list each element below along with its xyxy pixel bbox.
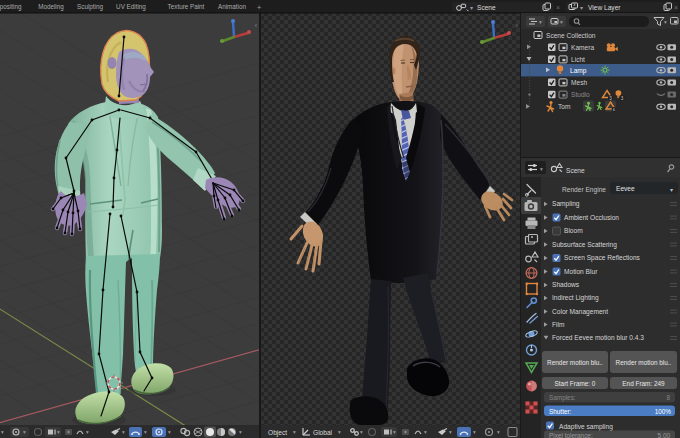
svg-text:Scene: Scene [566, 167, 585, 174]
svg-text:▾: ▾ [360, 429, 363, 435]
svg-text:Shadows: Shadows [552, 281, 580, 288]
svg-text:3: 3 [609, 96, 612, 101]
svg-text:Studio: Studio [571, 91, 590, 98]
svg-text:▾: ▾ [393, 429, 396, 435]
svg-text:▾: ▾ [470, 5, 473, 11]
svg-text:Kamera: Kamera [571, 44, 594, 51]
svg-text:Modeling: Modeling [38, 3, 64, 11]
svg-text:▾: ▾ [122, 429, 125, 435]
svg-text:Bloom: Bloom [564, 227, 583, 234]
svg-text:Forced Eevee motion blur 0.4.3: Forced Eevee motion blur 0.4.3 [552, 334, 644, 341]
svg-text:▾: ▾ [23, 429, 26, 435]
svg-text:mpositing: mpositing [0, 3, 22, 11]
svg-text:▾: ▾ [338, 429, 341, 435]
svg-text:3: 3 [621, 96, 624, 101]
svg-text:▾: ▾ [57, 429, 60, 435]
svg-text:▾: ▾ [497, 429, 500, 435]
svg-text:Sampling: Sampling [552, 200, 580, 208]
svg-text:▾: ▾ [540, 166, 543, 172]
svg-text:▾: ▾ [424, 429, 427, 435]
svg-text:100%: 100% [655, 408, 672, 415]
svg-text:Animation: Animation [218, 3, 246, 10]
svg-text:Scene Collection: Scene Collection [546, 32, 596, 39]
svg-text:×: × [556, 4, 560, 11]
svg-text:Start Frame: 0: Start Frame: 0 [555, 380, 596, 387]
svg-text:▾: ▾ [144, 429, 147, 435]
svg-text:Motion Blur: Motion Blur [564, 268, 598, 275]
svg-text:Tom: Tom [558, 103, 571, 110]
svg-text:Ambient Occlusion: Ambient Occlusion [564, 214, 619, 221]
svg-text:Samples:: Samples: [549, 394, 576, 402]
svg-text:Film: Film [552, 321, 565, 328]
svg-text:Render motion blu..: Render motion blu.. [616, 359, 672, 366]
svg-text:▾: ▾ [293, 429, 296, 435]
svg-text:Scene: Scene [477, 4, 496, 11]
svg-text:▾: ▾ [449, 429, 452, 435]
svg-text:5.00: 5.00 [658, 432, 671, 438]
svg-text:×: × [674, 4, 678, 11]
svg-text:Render motion blu..: Render motion blu.. [547, 359, 603, 366]
svg-text:Pixel tolerance:: Pixel tolerance: [549, 432, 593, 438]
svg-text:End Fram: 249: End Fram: 249 [622, 380, 665, 387]
svg-text:Eevee: Eevee [616, 185, 635, 192]
svg-text:View Layer: View Layer [588, 4, 621, 12]
svg-text:Color Management: Color Management [552, 308, 608, 316]
svg-text:Indirect Lighting: Indirect Lighting [552, 294, 599, 302]
svg-text:▾: ▾ [1, 429, 4, 435]
svg-text:Screen Space Reflections: Screen Space Reflections [564, 254, 641, 262]
svg-text:Shutter:: Shutter: [549, 408, 572, 415]
svg-text:Render Engine: Render Engine [562, 186, 606, 194]
svg-text:Subsurface Scattering: Subsurface Scattering [552, 241, 617, 249]
svg-text:+: + [257, 3, 262, 12]
svg-text:▾: ▾ [86, 429, 89, 435]
svg-text:▾: ▾ [560, 19, 563, 25]
svg-text:▾: ▾ [670, 187, 673, 193]
svg-text:8: 8 [666, 394, 670, 401]
svg-text:Lamp: Lamp [570, 67, 587, 75]
svg-text:▾: ▾ [664, 19, 667, 25]
svg-text:Global: Global [313, 429, 333, 436]
svg-text:Mesh: Mesh [571, 79, 587, 86]
svg-text:UV Editing: UV Editing [116, 3, 146, 11]
svg-text:Licht: Licht [571, 56, 585, 63]
svg-text:Texture Paint: Texture Paint [168, 3, 205, 10]
svg-text:▾: ▾ [239, 429, 242, 435]
svg-text:Adaptive sampling: Adaptive sampling [559, 423, 613, 431]
svg-text:▾: ▾ [168, 429, 171, 435]
svg-text:▾: ▾ [473, 429, 476, 435]
svg-text:Object: Object [268, 429, 287, 437]
svg-text:Sculpting: Sculpting [77, 3, 103, 11]
svg-text:▾: ▾ [539, 19, 542, 25]
svg-text:▾: ▾ [580, 5, 583, 11]
